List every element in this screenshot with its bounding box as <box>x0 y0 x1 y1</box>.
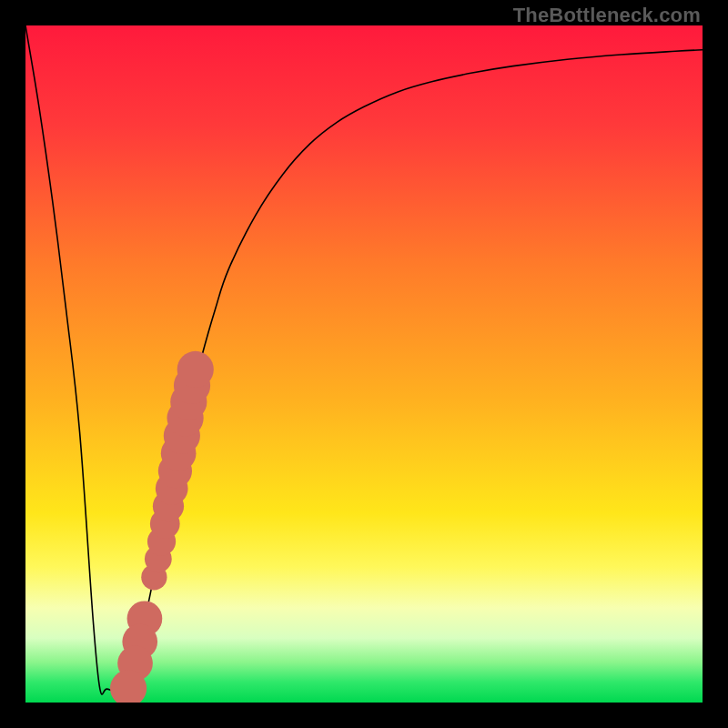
chart-svg <box>25 25 703 703</box>
outer-frame: TheBottleneck.com <box>0 0 728 728</box>
marker-cluster <box>177 351 214 388</box>
plot-area <box>25 25 703 703</box>
gradient-background <box>25 25 703 703</box>
watermark-text: TheBottleneck.com <box>513 4 701 27</box>
